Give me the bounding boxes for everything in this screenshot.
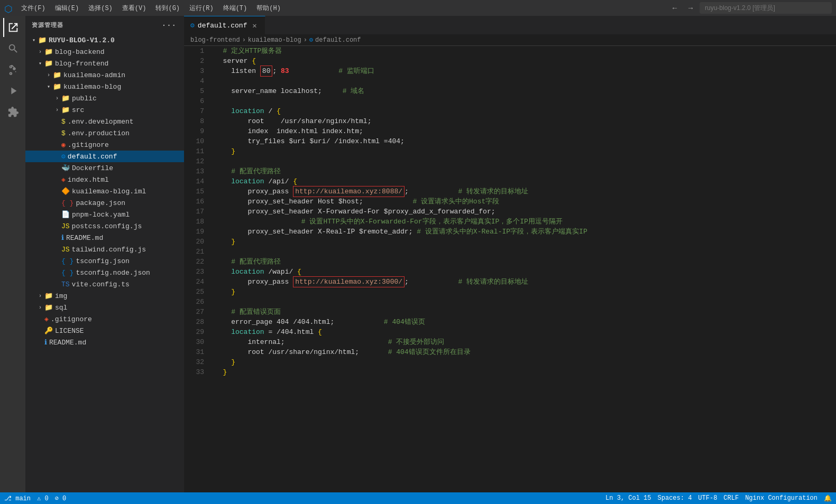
- code-line-6: [215, 96, 836, 106]
- code-line-28: error_page 404 /404.html; # 404错误页: [215, 317, 836, 327]
- search-bar[interactable]: [700, 2, 832, 14]
- status-warnings[interactable]: ⊘ 0: [55, 494, 67, 502]
- status-spaces[interactable]: Spaces: 4: [658, 494, 692, 502]
- code-line-13: # 配置代理路径: [215, 166, 836, 176]
- status-bell-icon[interactable]: 🔔: [824, 494, 832, 502]
- sidebar-item-tsconfig-node[interactable]: { } tsconfig.node.json: [25, 267, 184, 278]
- breadcrumb-blog-frontend[interactable]: blog-frontend: [190, 36, 240, 44]
- sidebar-label-src: src: [72, 106, 84, 114]
- sidebar-label-gitignore-root: .gitignore: [51, 315, 92, 323]
- search-icon[interactable]: [3, 39, 22, 58]
- sidebar-item-src[interactable]: › 📁 src: [25, 104, 184, 116]
- menu-select[interactable]: 选择(S): [84, 3, 117, 14]
- code-content[interactable]: # 定义HTTP服务器 server { listen 80; 83 # 监听端…: [210, 46, 836, 492]
- code-line-20: }: [215, 237, 836, 247]
- status-position[interactable]: Ln 3, Col 15: [605, 494, 651, 502]
- sidebar-label-readme-root: README.md: [49, 339, 86, 347]
- sidebar-item-tailwind-config[interactable]: JS tailwind.config.js: [25, 244, 184, 255]
- status-encoding[interactable]: UTF-8: [698, 494, 717, 502]
- menu-terminal[interactable]: 终端(T): [219, 3, 252, 14]
- run-debug-icon[interactable]: [3, 81, 22, 100]
- sidebar-item-readme-root[interactable]: ℹ README.md: [25, 337, 184, 348]
- code-line-27: # 配置错误页面: [215, 307, 836, 317]
- tab-default-conf[interactable]: ⚙ default.conf ✕: [184, 16, 265, 34]
- explorer-icon[interactable]: [3, 18, 22, 37]
- sidebar-item-kuailemao-blog-iml[interactable]: 🔶 kuailemao-blog.iml: [25, 185, 184, 197]
- sidebar-item-env-production[interactable]: $ .env.production: [25, 127, 184, 139]
- code-line-4: [215, 76, 836, 86]
- sidebar-label-package-json: package.json: [76, 199, 125, 207]
- status-eol[interactable]: CRLF: [723, 494, 739, 502]
- sidebar-item-license[interactable]: 🔑 LICENSE: [25, 325, 184, 337]
- sidebar-item-kuailemao-blog[interactable]: ▾ 📁 kuailemao-blog: [25, 81, 184, 92]
- breadcrumb: blog-frontend › kuailemao-blog › ⚙ defau…: [184, 34, 836, 46]
- sidebar-item-index-html[interactable]: ◈ index.html: [25, 174, 184, 185]
- code-line-5: server_name localhost; # 域名: [215, 86, 836, 96]
- sidebar-label-kuailemao-blog: kuailemao-blog: [63, 83, 121, 91]
- code-line-10: try_files $uri $uri/ /index.html =404;: [215, 136, 836, 146]
- sidebar-title: 资源管理器: [32, 21, 63, 29]
- sidebar-item-vite-config[interactable]: TS vite.config.ts: [25, 278, 184, 290]
- code-line-8: root /usr/share/nginx/html;: [215, 116, 836, 126]
- sidebar-label-blog-backend: blog-backend: [55, 48, 105, 56]
- tab-close-button[interactable]: ✕: [250, 21, 259, 30]
- source-control-icon[interactable]: [3, 60, 22, 79]
- nav-back-button[interactable]: ←: [668, 3, 682, 13]
- code-line-2: server {: [215, 56, 836, 66]
- sidebar-label-default-conf: default.conf: [68, 153, 117, 161]
- status-bar: ⎇ main ⚠ 0 ⊘ 0 Ln 3, Col 15 Spaces: 4 UT…: [0, 492, 836, 504]
- code-line-21: [215, 247, 836, 257]
- status-errors[interactable]: ⚠ 0: [37, 494, 49, 502]
- status-language[interactable]: Nginx Configuration: [745, 494, 817, 502]
- sidebar: 资源管理器 ··· ▾ 📁 RUYU-BLOG-V1.2.0 › 📁 blog-…: [25, 16, 184, 492]
- sidebar-label-public: public: [72, 95, 97, 102]
- menu-help[interactable]: 帮助(H): [252, 3, 285, 14]
- menu-run[interactable]: 运行(R): [185, 3, 218, 14]
- breadcrumb-kuailemao-blog[interactable]: kuailemao-blog: [248, 36, 301, 44]
- menu-file[interactable]: 文件(F): [17, 3, 50, 14]
- extensions-icon[interactable]: [3, 102, 22, 122]
- sidebar-item-public[interactable]: › 📁 public: [25, 92, 184, 104]
- sidebar-label-license: LICENSE: [55, 327, 84, 335]
- code-line-22: # 配置代理路径: [215, 257, 836, 267]
- sidebar-item-pnpm-lock[interactable]: 📄 pnpm-lock.yaml: [25, 209, 184, 220]
- sidebar-item-dockerfile[interactable]: 🐳 Dockerfile: [25, 162, 184, 174]
- menu-edit[interactable]: 编辑(E): [51, 3, 84, 14]
- code-line-26: [215, 297, 836, 307]
- sidebar-label-env-development: .env.development: [68, 118, 134, 126]
- code-line-1: # 定义HTTP服务器: [215, 46, 836, 56]
- sidebar-item-env-development[interactable]: $ .env.development: [25, 116, 184, 127]
- nav-forward-button[interactable]: →: [684, 3, 697, 13]
- sidebar-item-gitignore-root[interactable]: ◈ .gitignore: [25, 313, 184, 325]
- sidebar-item-readme-md[interactable]: ℹ README.md: [25, 232, 184, 244]
- sidebar-header: 资源管理器 ···: [25, 16, 184, 34]
- menu-goto[interactable]: 转到(G): [151, 3, 184, 14]
- code-line-7: location / {: [215, 106, 836, 116]
- code-line-23: location /wapi/ {: [215, 267, 836, 277]
- status-branch[interactable]: ⎇ main: [4, 494, 31, 502]
- sidebar-root-label: RUYU-BLOG-V1.2.0: [49, 36, 115, 44]
- sidebar-item-sql[interactable]: › 📁 sql: [25, 302, 184, 313]
- sidebar-label-index-html: index.html: [68, 176, 109, 184]
- sidebar-item-img[interactable]: › 📁 img: [25, 290, 184, 302]
- sidebar-more-button[interactable]: ···: [161, 20, 178, 31]
- sidebar-item-blog-backend[interactable]: › 📁 blog-backend: [25, 46, 184, 58]
- sidebar-item-default-conf[interactable]: ⚙ default.conf: [25, 151, 184, 162]
- sidebar-item-tsconfig-json[interactable]: { } tsconfig.json: [25, 255, 184, 267]
- sidebar-item-kuailemao-admin[interactable]: › 📁 kuailemao-admin: [25, 69, 184, 81]
- sidebar-item-package-json[interactable]: { } package.json: [25, 197, 184, 209]
- code-line-19: proxy_set_header X-Real-IP $remote_addr;…: [215, 227, 836, 237]
- code-line-12: [215, 156, 836, 166]
- title-bar: ⬡ 文件(F) 编辑(E) 选择(S) 查看(V) 转到(G) 运行(R) 终端…: [0, 0, 836, 16]
- sidebar-label-tailwind-config: tailwind.config.js: [72, 246, 146, 254]
- sidebar-label-env-production: .env.production: [68, 129, 130, 137]
- sidebar-item-postcss-config[interactable]: JS postcss.config.js: [25, 220, 184, 232]
- breadcrumb-filename[interactable]: default.conf: [315, 36, 361, 44]
- sidebar-item-blog-frontend[interactable]: ▾ 📁 blog-frontend: [25, 58, 184, 69]
- menu-view[interactable]: 查看(V): [118, 3, 151, 14]
- sidebar-label-gitignore: .gitignore: [68, 141, 109, 149]
- sidebar-item-gitignore[interactable]: ◉ .gitignore: [25, 139, 184, 151]
- editor-area: ⚙ default.conf ✕ blog-frontend › kuailem…: [184, 16, 836, 492]
- tabs-bar: ⚙ default.conf ✕: [184, 16, 836, 34]
- sidebar-root-item[interactable]: ▾ 📁 RUYU-BLOG-V1.2.0: [25, 34, 184, 46]
